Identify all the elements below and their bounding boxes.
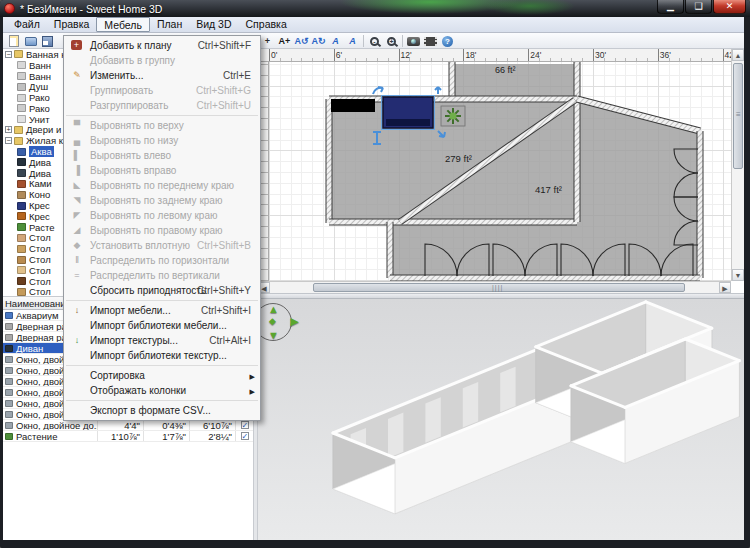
menubar-item-Вид 3D[interactable]: Вид 3D xyxy=(189,17,238,32)
scroll-up-icon[interactable]: ▲ xyxy=(732,49,744,61)
menu-item-Выровнять-по-переднему-краю[interactable]: ◣Выровнять по переднему краю xyxy=(64,178,260,193)
align-front-icon: ◣ xyxy=(69,178,85,193)
selected-furniture-aquarium[interactable] xyxy=(382,96,435,130)
nav-center-icon[interactable]: ◆ xyxy=(269,316,276,326)
new-document-icon[interactable] xyxy=(6,35,21,48)
window-icon xyxy=(5,389,13,396)
video-icon[interactable] xyxy=(423,35,438,48)
plan-view[interactable]: 0'6'12'18'24'30'36'42' xyxy=(258,49,744,293)
distribute-vertical-icon: = xyxy=(69,268,85,283)
furniture-thumb-icon xyxy=(17,234,26,242)
plan-canvas[interactable]: 66 ft² 279 ft² 417 ft² xyxy=(269,62,731,281)
tree-item-label: Рако xyxy=(29,103,50,114)
menu-item-Разгруппировать[interactable]: РазгруппироватьCtrl+Shift+U xyxy=(64,98,260,113)
nav-right-icon[interactable]: ▶ xyxy=(291,316,299,326)
sofa-icon xyxy=(5,345,13,352)
menu-item-label: Установить вплотную xyxy=(90,240,190,251)
tree-item-label: Ванн xyxy=(29,60,51,71)
furniture-row-Растение[interactable]: Растение1'10⅞"1'7⅞"2'8¼"✓ xyxy=(3,431,253,442)
collapse-icon[interactable]: − xyxy=(5,137,12,144)
nav-down-icon[interactable]: ▼ xyxy=(268,330,279,340)
menu-item-Группировать[interactable]: ГруппироватьCtrl+Shift+G xyxy=(64,83,260,98)
window-title: * БезИмени - Sweet Home 3D xyxy=(20,3,162,15)
nav-up-icon[interactable]: ▲ xyxy=(268,304,279,314)
menu-item-shortcut: Ctrl+Shift+I xyxy=(201,303,251,318)
menu-item-Выровнять-вправо[interactable]: ▐Выровнять вправо xyxy=(64,163,260,178)
expand-icon[interactable]: + xyxy=(5,126,12,133)
tree-item-label: Дива xyxy=(29,157,51,168)
help-icon[interactable]: ? xyxy=(440,35,455,48)
zoom-in-icon[interactable]: + xyxy=(384,35,399,48)
menu-item-Импорт-текстуры-[interactable]: ↓Импорт текстуры...Ctrl+Alt+I xyxy=(64,333,260,348)
italic-a-small-icon[interactable]: A xyxy=(345,35,360,48)
open-folder-icon[interactable] xyxy=(23,35,38,48)
rotate-text-ccw-icon[interactable]: A↺ xyxy=(294,35,309,48)
menu-item-shortcut: Ctrl+Shift+B xyxy=(197,238,251,253)
add-text-icon[interactable]: A+ xyxy=(277,35,292,48)
menu-item-Отображать-колонки[interactable]: Отображать колонки▶ xyxy=(64,383,260,398)
menu-item-Сортировка[interactable]: Сортировка▶ xyxy=(64,368,260,383)
window-icon xyxy=(5,378,13,385)
furniture-name: Диван xyxy=(16,343,43,353)
visible-checkbox[interactable]: ✓ xyxy=(241,432,249,440)
scroll-down-icon[interactable]: ▼ xyxy=(732,269,744,281)
tree-item-label: Ками xyxy=(29,178,52,189)
menu-item-Изменить-[interactable]: ✎Изменить...Ctrl+E xyxy=(64,68,260,83)
furniture-row-Окно, двойное до...[interactable]: Окно, двойное до...4'4"0'4⅜"6'10⅞"✓ xyxy=(3,420,253,431)
menu-item-Добавить-в-группу[interactable]: Добавить в группу xyxy=(64,53,260,68)
move-selection-icon[interactable]: + xyxy=(260,35,275,48)
menu-item-Выровнять-по-низу[interactable]: ▄Выровнять по низу xyxy=(64,133,260,148)
aquarium-icon xyxy=(5,312,13,319)
menu-item-Выровнять-по-верху[interactable]: ▀Выровнять по верху xyxy=(64,118,260,133)
title-bar[interactable]: * БезИмени - Sweet Home 3D ▁ ❑ ✕ xyxy=(0,0,750,17)
furniture-thumb-icon xyxy=(17,72,26,80)
tree-item-label: Стол xyxy=(29,265,51,276)
align-top-icon: ▀ xyxy=(69,118,85,133)
minimize-button[interactable]: ▁ xyxy=(657,0,684,14)
close-button[interactable]: ✕ xyxy=(713,0,746,14)
maximize-button[interactable]: ❑ xyxy=(685,0,712,14)
menu-separator xyxy=(66,365,258,366)
menu-item-Выровнять-по-правому-краю[interactable]: ◢Выровнять по правому краю xyxy=(64,223,260,238)
menu-item-label: Выровнять по переднему краю xyxy=(90,180,234,191)
plan-vertical-scrollbar[interactable]: ▲ ▼ xyxy=(731,49,744,281)
ruler-label: 12' xyxy=(401,50,412,60)
menu-item-Распределить-по-вертикали[interactable]: =Распределить по вертикали xyxy=(64,268,260,283)
3d-view[interactable]: ▲ ▼ ◀ ▶ ◆ xyxy=(258,299,744,540)
submenu-arrow-icon: ▶ xyxy=(250,369,255,384)
black-furniture-bench[interactable] xyxy=(331,99,375,112)
menu-separator xyxy=(66,115,258,116)
menu-item-Распределить-по-горизонтали[interactable]: ‖Распределить по горизонтали xyxy=(64,253,260,268)
furniture-thumb-icon xyxy=(17,83,26,91)
plant-furniture[interactable] xyxy=(441,106,465,126)
italic-a-icon[interactable]: A xyxy=(328,35,343,48)
menu-item-Добавить-к-плану[interactable]: +Добавить к плануCtrl+Shift+F xyxy=(64,38,260,53)
photo-icon[interactable] xyxy=(406,35,421,48)
menubar-item-Файл[interactable]: Файл xyxy=(7,17,47,32)
menu-item-Импорт-библиотеки-мебели-[interactable]: Импорт библиотеки мебели... xyxy=(64,318,260,333)
menubar-item-План[interactable]: План xyxy=(150,17,189,32)
menu-item-Выровнять-влево[interactable]: ▌Выровнять влево xyxy=(64,148,260,163)
collapse-icon[interactable]: − xyxy=(5,51,12,58)
menu-item-Сбросить-приподнятость[interactable]: Сбросить приподнятостьCtrl+Shift+Y xyxy=(64,283,260,298)
menubar-item-Правка[interactable]: Правка xyxy=(47,17,96,32)
menubar-item-Мебель[interactable]: Мебель xyxy=(96,17,150,32)
visible-checkbox[interactable]: ✓ xyxy=(241,421,249,429)
horizontal-scroll-thumb[interactable] xyxy=(313,283,685,292)
zoom-out-icon[interactable]: - xyxy=(367,35,382,48)
menubar-item-Справка[interactable]: Справка xyxy=(239,17,294,32)
menu-item-Импорт-библиотеки-текстур-[interactable]: Импорт библиотеки текстур... xyxy=(64,348,260,363)
furniture-thumb-icon xyxy=(17,277,26,285)
scroll-right-icon[interactable]: ▶ xyxy=(719,282,731,293)
vertical-scroll-thumb[interactable] xyxy=(733,63,743,169)
open-folder-icon xyxy=(25,37,37,46)
menu-item-Выровнять-по-левому-краю[interactable]: ◤Выровнять по левому краю xyxy=(64,208,260,223)
rotate-text-cw-icon[interactable]: A↻ xyxy=(311,35,326,48)
tree-item-label: Расте xyxy=(29,222,55,233)
plan-horizontal-scrollbar[interactable]: ◀ ▶ xyxy=(258,281,731,293)
save-icon[interactable] xyxy=(40,35,55,48)
menu-item-Экспорт-в-формате-CSV-[interactable]: Экспорт в формате CSV... xyxy=(64,403,260,418)
menu-item-Импорт-мебели-[interactable]: ↓Импорт мебели...Ctrl+Shift+I xyxy=(64,303,260,318)
menu-item-Выровнять-по-заднему-краю[interactable]: ◥Выровнять по заднему краю xyxy=(64,193,260,208)
menu-item-Установить-вплотную[interactable]: ◆Установить вплотнуюCtrl+Shift+B xyxy=(64,238,260,253)
